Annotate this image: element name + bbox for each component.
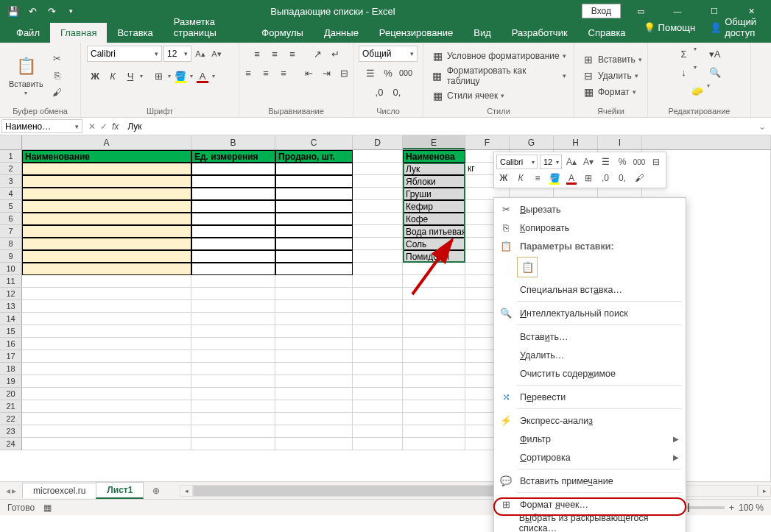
cell-E20[interactable] (403, 388, 465, 400)
row-header-18[interactable]: 18 (0, 363, 22, 375)
cell-B22[interactable] (191, 413, 275, 425)
cell-A20[interactable] (22, 388, 191, 400)
cell-D8[interactable] (353, 238, 403, 250)
cell-A10[interactable] (22, 263, 191, 275)
borders-icon[interactable]: ⊞ (150, 68, 166, 84)
cell-B15[interactable] (191, 325, 275, 338)
align-right-icon[interactable]: ≡ (275, 65, 292, 81)
cell-B7[interactable] (191, 225, 275, 238)
align-middle-icon[interactable]: ≡ (267, 46, 283, 62)
cell-C2[interactable] (275, 163, 353, 175)
row-header-16[interactable]: 16 (0, 338, 22, 350)
ctx-insert-comment[interactable]: 💬Вставить примечание (495, 472, 685, 490)
cell-C8[interactable] (275, 238, 353, 250)
col-header-H[interactable]: H (554, 135, 598, 149)
bold-button[interactable]: Ж (87, 68, 103, 84)
cell-B21[interactable] (191, 400, 275, 413)
cell-A18[interactable] (22, 363, 191, 375)
fill-color-icon[interactable]: 🪣 (172, 68, 189, 84)
cell-B19[interactable] (191, 375, 275, 388)
scroll-right-icon[interactable]: ▸ (758, 485, 771, 497)
cell-E18[interactable] (403, 363, 465, 375)
cell-E4[interactable]: Груши (403, 188, 465, 200)
cell-C16[interactable] (275, 338, 353, 350)
sheet-tab-2[interactable]: Лист1 (96, 482, 144, 499)
cell-C19[interactable] (275, 375, 353, 388)
cell-C5[interactable] (275, 200, 353, 213)
row-header-9[interactable]: 9 (0, 250, 22, 263)
cell-B11[interactable] (191, 275, 275, 288)
cell-D23[interactable] (353, 425, 403, 438)
row-header-4[interactable]: 4 (0, 188, 22, 200)
row-header-14[interactable]: 14 (0, 313, 22, 325)
tab-home[interactable]: Главная (50, 23, 107, 43)
format-painter-icon[interactable]: 🖌 (49, 85, 66, 100)
decrease-decimal-icon[interactable]: 0, (389, 84, 405, 100)
tab-data[interactable]: Данные (314, 23, 369, 43)
cell-A15[interactable] (22, 325, 191, 338)
cell-E5[interactable]: Кефир (403, 200, 465, 213)
col-header-I[interactable]: I (598, 135, 642, 149)
cell-E9[interactable]: Помидоры (403, 250, 465, 263)
col-header-E[interactable]: E (403, 135, 465, 149)
share-button[interactable]: 👤Общий доступ (703, 12, 764, 43)
underline-button[interactable]: Ч (122, 68, 138, 84)
sheet-tab-1[interactable]: microexcel.ru (22, 483, 96, 498)
tab-formulas[interactable]: Формулы (251, 23, 314, 43)
mini-bold-icon[interactable]: Ж (496, 171, 511, 185)
cell-A6[interactable] (22, 213, 191, 225)
cell-B5[interactable] (191, 200, 275, 213)
italic-button[interactable]: К (105, 68, 121, 84)
ctx-format-cells[interactable]: ⊞Формат ячеек… (495, 495, 685, 514)
cell-D19[interactable] (353, 375, 403, 388)
cell-B3[interactable] (191, 175, 275, 188)
enter-formula-icon[interactable]: ✓ (100, 121, 108, 132)
row-header-13[interactable]: 13 (0, 300, 22, 313)
cell-B2[interactable] (191, 163, 275, 175)
mini-italic-icon[interactable]: К (513, 171, 528, 185)
cell-E14[interactable] (403, 313, 465, 325)
cell-C3[interactable] (275, 175, 353, 188)
mini-size-select[interactable]: 12 (540, 155, 562, 169)
add-sheet-button[interactable]: ⊕ (147, 482, 165, 500)
increase-font-icon[interactable]: A▴ (193, 46, 208, 62)
row-header-6[interactable]: 6 (0, 213, 22, 225)
cell-A2[interactable] (22, 163, 191, 175)
expand-formula-icon[interactable]: ⌄ (753, 118, 771, 135)
align-center-icon[interactable]: ≡ (258, 65, 274, 81)
cell-A19[interactable] (22, 375, 191, 388)
cell-A7[interactable] (22, 225, 191, 238)
increase-indent-icon[interactable]: ⇥ (318, 65, 334, 81)
copy-icon[interactable]: ⎘ (49, 68, 66, 83)
ctx-clear[interactable]: Очистить содержимое (495, 364, 685, 383)
ctx-pick-from-list[interactable]: Выбрать из раскрывающегося списка… (495, 514, 685, 532)
comma-icon[interactable]: 000 (398, 65, 414, 81)
col-header-G[interactable]: G (510, 135, 554, 149)
ctx-delete[interactable]: Удалить… (495, 346, 685, 364)
zoom-in-icon[interactable]: + (729, 503, 734, 513)
cell-C21[interactable] (275, 400, 353, 413)
orientation-icon[interactable]: ↗ (309, 46, 325, 62)
cell-C22[interactable] (275, 413, 353, 425)
cell-E19[interactable] (403, 375, 465, 388)
cell-styles-button[interactable]: ▦Стили ячеек (429, 88, 568, 103)
cell-D11[interactable] (353, 275, 403, 288)
cell-C17[interactable] (275, 350, 353, 363)
cell-E21[interactable] (403, 400, 465, 413)
ctx-filter[interactable]: Фильтр▶ (495, 430, 685, 448)
cell-A5[interactable] (22, 200, 191, 213)
increase-decimal-icon[interactable]: ,0 (371, 84, 387, 100)
cell-B4[interactable] (191, 188, 275, 200)
cell-A1[interactable]: Наименование (22, 150, 191, 163)
align-top-icon[interactable]: ≡ (249, 46, 265, 62)
cell-A11[interactable] (22, 275, 191, 288)
row-header-23[interactable]: 23 (0, 425, 22, 438)
mini-inc-dec-icon[interactable]: ,0 (598, 171, 613, 185)
cell-E3[interactable]: Яблоки (403, 175, 465, 188)
cell-B23[interactable] (191, 425, 275, 438)
ctx-cut[interactable]: ✂Вырезать (495, 200, 685, 219)
tab-insert[interactable]: Вставка (107, 23, 163, 43)
mini-comma-icon[interactable]: 000 (632, 155, 647, 169)
row-header-12[interactable]: 12 (0, 288, 22, 300)
cell-D15[interactable] (353, 325, 403, 338)
